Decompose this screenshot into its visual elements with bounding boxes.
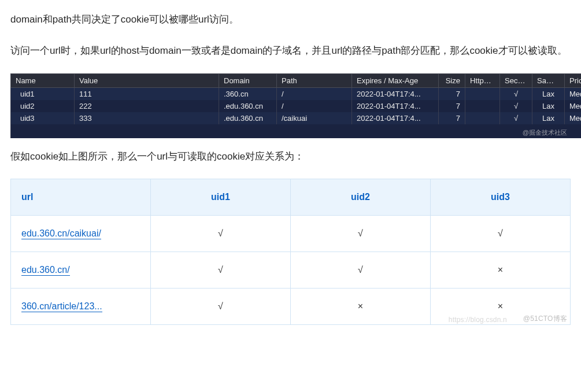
cell-uid2: √: [291, 252, 431, 288]
cell-path: /: [277, 87, 352, 100]
col-name[interactable]: Name: [11, 73, 75, 87]
col-size[interactable]: Size: [439, 73, 465, 87]
url-link[interactable]: 360.cn/article/123...: [21, 301, 102, 312]
cell-httponly: [465, 87, 500, 100]
cell-expires: 2022-01-04T17:4...: [352, 87, 439, 100]
cell-priority: Medium: [565, 112, 582, 124]
cell-httponly: [465, 100, 500, 112]
cell-httponly: [465, 112, 500, 124]
paragraph-1: domain和path共同决定了cookie可以被哪些url访问。: [10, 10, 571, 29]
col-domain[interactable]: Domain: [219, 73, 277, 87]
col-priority[interactable]: Priority: [565, 73, 582, 87]
cell-samesite: Lax: [532, 87, 565, 100]
watermark-juejin: @掘金技术社区: [523, 128, 567, 137]
cell-secure: √: [500, 87, 532, 100]
table-row[interactable]: uid3 333 .edu.360.cn /caikuai 2022-01-04…: [11, 112, 582, 124]
cell-domain: .edu.360.cn: [219, 100, 277, 112]
cell-uid1: √: [151, 252, 291, 288]
paragraph-3: 假如cookie如上图所示，那么一个url与可读取的cookie对应关系为：: [10, 147, 571, 166]
url-link[interactable]: edu.360.cn/: [21, 265, 70, 276]
cell-url: edu.360.cn/caikuai/: [11, 215, 151, 252]
cell-uid2: √: [291, 215, 431, 252]
cell-size: 7: [439, 100, 465, 112]
col-uid3: uid3: [431, 179, 571, 215]
col-secure[interactable]: Secure: [500, 73, 532, 87]
cell-priority: Medium: [565, 87, 582, 100]
cell-uid3: √: [431, 215, 571, 252]
mapping-header-row: url uid1 uid2 uid3: [11, 179, 571, 215]
cell-path: /: [277, 100, 352, 112]
cell-url: 360.cn/article/123...: [11, 288, 151, 324]
cell-secure: √: [500, 100, 532, 112]
url-link[interactable]: edu.360.cn/caikuai/: [21, 228, 101, 239]
col-url: url: [11, 179, 151, 215]
col-value[interactable]: Value: [75, 73, 219, 87]
devtools-cookies-panel: Name Value Domain Path Expires / Max-Age…: [10, 73, 571, 138]
cell-uid3: ×: [431, 252, 571, 288]
cell-value: 111: [75, 87, 219, 100]
cell-size: 7: [439, 112, 465, 124]
cell-uid2: ×: [291, 288, 431, 324]
cell-name: uid1: [11, 87, 75, 100]
mapping-table: url uid1 uid2 uid3 edu.360.cn/caikuai/ √…: [10, 179, 571, 325]
table-row[interactable]: uid2 222 .edu.360.cn / 2022-01-04T17:4..…: [11, 100, 582, 112]
table-row[interactable]: uid1 111 .360.cn / 2022-01-04T17:4... 7 …: [11, 87, 582, 100]
devtools-header-row: Name Value Domain Path Expires / Max-Age…: [11, 73, 582, 87]
col-samesite[interactable]: Same...: [532, 73, 565, 87]
col-httponly[interactable]: HttpO...: [465, 73, 500, 87]
watermark-51cto: @51CTO博客: [523, 314, 567, 324]
cell-url: edu.360.cn/: [11, 252, 151, 288]
cell-secure: √: [500, 112, 532, 124]
watermark-csdn: https://blog.csdn.n: [449, 316, 507, 324]
cell-uid1: √: [151, 215, 291, 252]
cell-name: uid3: [11, 112, 75, 124]
cell-value: 333: [75, 112, 219, 124]
paragraph-2: 访问一个url时，如果url的host与domain一致或者是domain的子域…: [10, 42, 571, 60]
cell-value: 222: [75, 100, 219, 112]
table-row-empty: [11, 124, 582, 138]
col-uid1: uid1: [151, 179, 291, 215]
col-expires[interactable]: Expires / Max-Age: [352, 73, 439, 87]
devtools-cookies-table: Name Value Domain Path Expires / Max-Age…: [10, 73, 581, 138]
cell-uid1: √: [151, 288, 291, 324]
cell-name: uid2: [11, 100, 75, 112]
cell-domain: .edu.360.cn: [219, 112, 277, 124]
cell-expires: 2022-01-04T17:4...: [352, 100, 439, 112]
cell-size: 7: [439, 87, 465, 100]
cell-priority: Medium: [565, 100, 582, 112]
cell-path: /caikuai: [277, 112, 352, 124]
cell-samesite: Lax: [532, 100, 565, 112]
col-path[interactable]: Path: [277, 73, 352, 87]
cell-domain: .360.cn: [219, 87, 277, 100]
cell-samesite: Lax: [532, 112, 565, 124]
table-row: edu.360.cn/ √ √ ×: [11, 252, 571, 288]
table-row: edu.360.cn/caikuai/ √ √ √: [11, 215, 571, 252]
col-uid2: uid2: [291, 179, 431, 215]
url-cookie-mapping: url uid1 uid2 uid3 edu.360.cn/caikuai/ √…: [10, 179, 571, 325]
cell-expires: 2022-01-04T17:4...: [352, 112, 439, 124]
